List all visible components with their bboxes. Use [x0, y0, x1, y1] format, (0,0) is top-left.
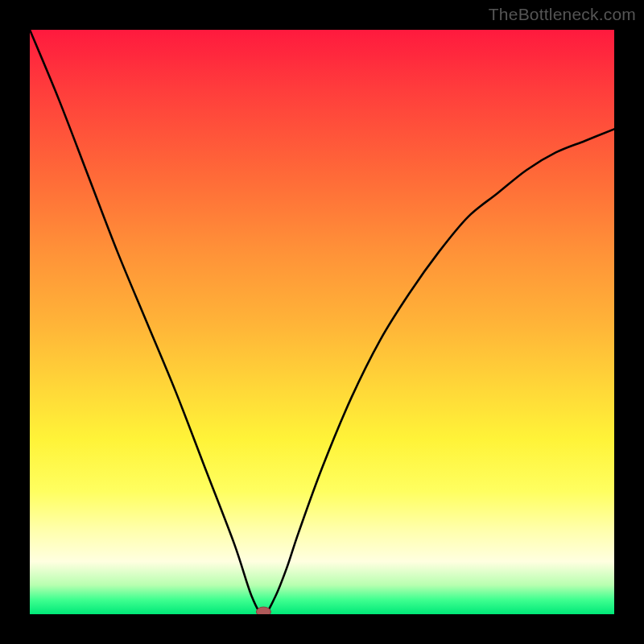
bottleneck-curve-path [30, 30, 614, 614]
chart-frame: TheBottleneck.com [0, 0, 644, 644]
plot-area [30, 30, 614, 614]
watermark-text: TheBottleneck.com [489, 5, 636, 24]
chart-svg [30, 30, 614, 614]
optimal-point-marker [256, 607, 270, 614]
